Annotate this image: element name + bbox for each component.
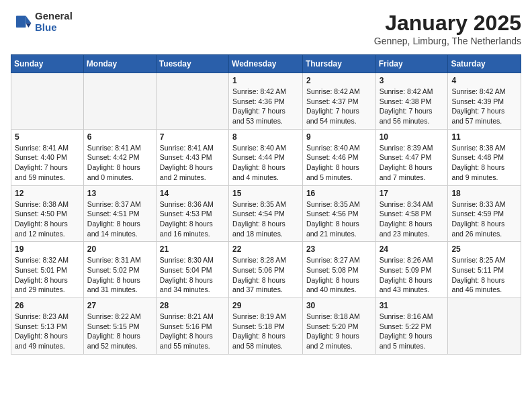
- day-info: Sunrise: 8:27 AM: [306, 255, 372, 265]
- day-number: 3: [380, 76, 445, 85]
- day-info: Sunset: 5:06 PM: [232, 265, 299, 275]
- day-number: 15: [232, 189, 299, 198]
- day-number: 22: [232, 244, 299, 254]
- day-info: Sunrise: 8:16 AM: [380, 312, 445, 322]
- calendar-week-4: 19Sunrise: 8:32 AMSunset: 5:01 PMDayligh…: [11, 242, 521, 298]
- day-info: Daylight: 8 hours and 12 minutes.: [15, 219, 80, 238]
- calendar-cell: 9Sunrise: 8:40 AMSunset: 4:46 PMDaylight…: [302, 129, 375, 185]
- day-number: 18: [451, 189, 517, 198]
- calendar-cell: [11, 73, 84, 130]
- day-info: Sunrise: 8:31 AM: [87, 255, 152, 265]
- day-header-row: SundayMondayTuesdayWednesdayThursdayFrid…: [11, 55, 521, 73]
- day-info: Daylight: 9 hours and 5 minutes.: [380, 331, 445, 351]
- calendar-table: SundayMondayTuesdayWednesdayThursdayFrid…: [11, 54, 521, 355]
- day-number: 25: [451, 244, 517, 254]
- day-info: Daylight: 8 hours and 2 minutes.: [160, 163, 225, 182]
- calendar-cell: 7Sunrise: 8:41 AMSunset: 4:43 PMDaylight…: [156, 129, 228, 185]
- calendar-cell: 10Sunrise: 8:39 AMSunset: 4:47 PMDayligh…: [375, 129, 448, 185]
- day-number: 14: [160, 189, 225, 198]
- calendar-cell: 2Sunrise: 8:42 AMSunset: 4:37 PMDaylight…: [302, 73, 375, 130]
- calendar-cell: 16Sunrise: 8:35 AMSunset: 4:56 PMDayligh…: [302, 185, 375, 242]
- day-info: Daylight: 7 hours and 57 minutes.: [451, 106, 517, 126]
- day-info: Daylight: 8 hours and 52 minutes.: [87, 331, 152, 351]
- day-info: Sunrise: 8:22 AM: [87, 312, 152, 322]
- day-info: Sunset: 5:11 PM: [451, 265, 517, 275]
- day-number: 26: [15, 301, 80, 310]
- calendar-cell: 6Sunrise: 8:41 AMSunset: 4:42 PMDaylight…: [83, 129, 156, 185]
- day-info: Sunset: 5:18 PM: [232, 322, 299, 332]
- day-info: Sunset: 5:04 PM: [160, 265, 225, 275]
- day-info: Daylight: 9 hours and 2 minutes.: [306, 331, 372, 351]
- day-number: 24: [380, 244, 445, 254]
- calendar-cell: 31Sunrise: 8:16 AMSunset: 5:22 PMDayligh…: [375, 298, 448, 355]
- day-info: Daylight: 8 hours and 34 minutes.: [160, 275, 225, 295]
- calendar-cell: 17Sunrise: 8:34 AMSunset: 4:58 PMDayligh…: [375, 185, 448, 242]
- day-info: Sunset: 5:22 PM: [380, 322, 445, 332]
- day-number: 1: [232, 76, 299, 85]
- day-number: 8: [232, 132, 299, 142]
- day-info: Sunset: 4:50 PM: [15, 209, 80, 219]
- day-number: 12: [15, 189, 80, 198]
- day-number: 28: [160, 301, 225, 310]
- day-info: Sunrise: 8:36 AM: [160, 199, 225, 210]
- day-info: Daylight: 8 hours and 23 minutes.: [380, 219, 445, 238]
- calendar-cell: 15Sunrise: 8:35 AMSunset: 4:54 PMDayligh…: [229, 185, 303, 242]
- day-info: Sunset: 4:39 PM: [451, 97, 517, 107]
- day-info: Daylight: 8 hours and 49 minutes.: [15, 331, 80, 351]
- day-header-sunday: Sunday: [11, 55, 84, 73]
- day-number: 9: [306, 132, 372, 142]
- calendar-cell: 27Sunrise: 8:22 AMSunset: 5:15 PMDayligh…: [83, 298, 156, 355]
- day-info: Sunset: 5:13 PM: [15, 322, 80, 332]
- day-info: Sunrise: 8:19 AM: [232, 312, 299, 322]
- location-title: Gennep, Limburg, The Netherlands: [374, 36, 521, 46]
- calendar-cell: 19Sunrise: 8:32 AMSunset: 5:01 PMDayligh…: [11, 242, 84, 298]
- calendar-cell: 25Sunrise: 8:25 AMSunset: 5:11 PMDayligh…: [448, 242, 521, 298]
- calendar-cell: 8Sunrise: 8:40 AMSunset: 4:44 PMDaylight…: [229, 129, 303, 185]
- day-info: Sunrise: 8:33 AM: [451, 199, 517, 210]
- day-number: 11: [451, 132, 517, 142]
- day-info: Daylight: 8 hours and 37 minutes.: [232, 275, 299, 295]
- day-info: Sunrise: 8:35 AM: [306, 199, 372, 210]
- day-info: Sunrise: 8:40 AM: [306, 143, 372, 153]
- svg-rect-2: [16, 15, 26, 28]
- calendar-cell: 29Sunrise: 8:19 AMSunset: 5:18 PMDayligh…: [229, 298, 303, 355]
- day-info: Daylight: 8 hours and 18 minutes.: [232, 219, 299, 238]
- logo-icon: [11, 11, 32, 33]
- day-info: Sunrise: 8:23 AM: [15, 312, 80, 322]
- calendar-cell: 12Sunrise: 8:38 AMSunset: 4:50 PMDayligh…: [11, 185, 84, 242]
- day-info: Sunrise: 8:38 AM: [451, 143, 517, 153]
- day-info: Daylight: 8 hours and 0 minutes.: [87, 163, 152, 182]
- calendar-week-5: 26Sunrise: 8:23 AMSunset: 5:13 PMDayligh…: [11, 298, 521, 355]
- calendar-cell: 26Sunrise: 8:23 AMSunset: 5:13 PMDayligh…: [11, 298, 84, 355]
- day-info: Sunset: 4:47 PM: [380, 152, 445, 163]
- day-info: Sunrise: 8:39 AM: [380, 143, 445, 153]
- day-header-friday: Friday: [375, 55, 448, 73]
- day-header-wednesday: Wednesday: [229, 55, 303, 73]
- logo-blue-text: Blue: [35, 22, 73, 34]
- page-header: General Blue January 2025 Gennep, Limbur…: [11, 11, 521, 46]
- calendar-body: 1Sunrise: 8:42 AMSunset: 4:36 PMDaylight…: [11, 73, 521, 355]
- day-info: Daylight: 8 hours and 58 minutes.: [232, 331, 299, 351]
- day-info: Sunset: 5:16 PM: [160, 322, 225, 332]
- calendar-week-2: 5Sunrise: 8:41 AMSunset: 4:40 PMDaylight…: [11, 129, 521, 185]
- day-info: Sunset: 4:42 PM: [87, 152, 152, 163]
- day-info: Sunrise: 8:37 AM: [87, 199, 152, 210]
- day-info: Sunset: 4:51 PM: [87, 209, 152, 219]
- day-info: Daylight: 8 hours and 7 minutes.: [380, 163, 445, 182]
- calendar-cell: 18Sunrise: 8:33 AMSunset: 4:59 PMDayligh…: [448, 185, 521, 242]
- calendar-cell: 20Sunrise: 8:31 AMSunset: 5:02 PMDayligh…: [83, 242, 156, 298]
- day-info: Sunrise: 8:34 AM: [380, 199, 445, 210]
- calendar-cell: 13Sunrise: 8:37 AMSunset: 4:51 PMDayligh…: [83, 185, 156, 242]
- day-info: Sunrise: 8:41 AM: [87, 143, 152, 153]
- svg-marker-0: [26, 15, 31, 23]
- day-info: Sunrise: 8:42 AM: [451, 87, 517, 97]
- day-info: Daylight: 8 hours and 46 minutes.: [451, 275, 517, 295]
- day-info: Sunset: 4:53 PM: [160, 209, 225, 219]
- day-info: Sunrise: 8:42 AM: [306, 87, 372, 97]
- day-info: Sunrise: 8:35 AM: [232, 199, 299, 210]
- day-info: Sunrise: 8:32 AM: [15, 255, 80, 265]
- day-info: Daylight: 8 hours and 40 minutes.: [306, 275, 372, 295]
- day-info: Sunset: 4:54 PM: [232, 209, 299, 219]
- day-info: Sunrise: 8:26 AM: [380, 255, 445, 265]
- logo: General Blue: [11, 11, 73, 33]
